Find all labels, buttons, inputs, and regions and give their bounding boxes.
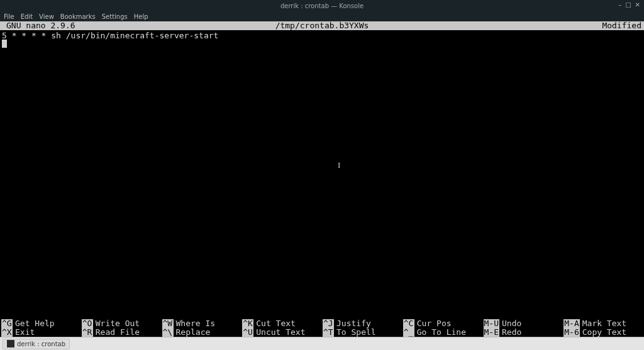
menu-bookmarks[interactable]: Bookmarks <box>60 13 96 20</box>
window-titlebar: derrik : crontab — Konsole – □ ✕ <box>0 0 644 11</box>
shortcut-replace: ^\Replace <box>162 328 243 337</box>
nano-version: GNU nano 2.9.6 <box>3 21 75 30</box>
nano-footer: ^GGet Help ^OWrite Out ^WWhere Is ^KCut … <box>0 319 644 337</box>
menu-view[interactable]: View <box>39 13 54 20</box>
nano-header: GNU nano 2.9.6 /tmp/crontab.b3YXWs Modif… <box>0 21 644 30</box>
window-title: derrik : crontab — Konsole <box>280 3 364 9</box>
menu-settings[interactable]: Settings <box>102 13 128 20</box>
taskbar-item-konsole[interactable]: derrik : crontab <box>3 339 70 349</box>
nano-filename: /tmp/crontab.b3YXWs <box>275 21 369 30</box>
shortcut-where-is: ^WWhere Is <box>162 319 243 328</box>
terminal-area[interactable]: GNU nano 2.9.6 /tmp/crontab.b3YXWs Modif… <box>0 21 644 337</box>
menu-help[interactable]: Help <box>134 13 148 20</box>
menubar: File Edit View Bookmarks Settings Help <box>0 11 644 21</box>
ibeam-cursor-icon: I <box>338 161 340 169</box>
shortcut-redo: M-ERedo <box>484 328 564 337</box>
shortcut-go-to-line: ^_Go To Line <box>403 328 484 337</box>
taskbar-item-label: derrik : crontab <box>17 341 65 347</box>
menu-edit[interactable]: Edit <box>21 13 33 20</box>
shortcut-mark-text: M-AMark Text <box>564 319 644 328</box>
konsole-icon <box>7 340 14 347</box>
close-icon[interactable]: ✕ <box>635 1 640 8</box>
shortcut-get-help: ^GGet Help <box>1 319 82 328</box>
shortcut-undo: M-UUndo <box>484 319 564 328</box>
menu-file[interactable]: File <box>4 13 14 20</box>
shortcut-cur-pos: ^CCur Pos <box>403 319 484 328</box>
shortcut-copy-text: M-6Copy Text <box>564 328 644 337</box>
window-controls: – □ ✕ <box>618 1 640 8</box>
shortcut-justify: ^JJustify <box>323 319 403 328</box>
text-cursor-block <box>2 40 7 48</box>
shortcut-exit: ^XExit <box>1 328 82 337</box>
shortcut-read-file: ^RRead File <box>82 328 162 337</box>
taskbar: derrik : crontab <box>0 337 644 350</box>
shortcut-uncut-text: ^UUncut Text <box>242 328 323 337</box>
shortcut-cut-text: ^KCut Text <box>242 319 323 328</box>
maximize-icon[interactable]: □ <box>625 1 631 8</box>
minimize-icon[interactable]: – <box>618 1 621 8</box>
shortcut-write-out: ^OWrite Out <box>82 319 162 328</box>
editor-line-1: 5 * * * * sh /usr/bin/minecraft-server-s… <box>2 31 218 40</box>
editor-content[interactable]: 5 * * * * sh /usr/bin/minecraft-server-s… <box>0 30 644 48</box>
shortcut-to-spell: ^TTo Spell <box>323 328 403 337</box>
nano-status: Modified <box>602 21 641 30</box>
